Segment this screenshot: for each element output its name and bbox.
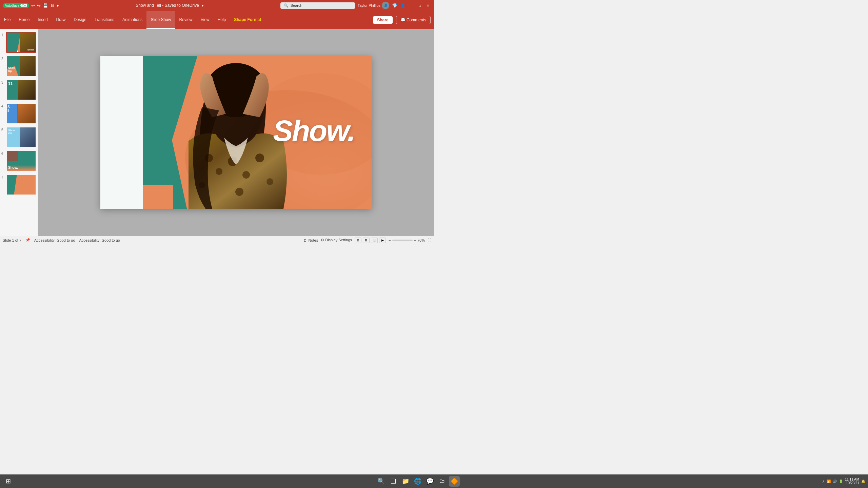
autosave-toggle[interactable]: AutoSave On — [3, 3, 29, 8]
slide-info: Slide 1 of 7 — [3, 238, 21, 242]
accessibility-info: Accessibility: Good to go — [34, 238, 75, 242]
slide-thumb-3[interactable]: 3 11 — [1, 79, 36, 100]
search-box[interactable]: 🔍 Search — [280, 2, 355, 9]
tab-slideshow[interactable]: Slide Show — [146, 11, 175, 29]
slide-number-6: 6 — [1, 150, 5, 156]
tab-home[interactable]: Home — [15, 11, 34, 29]
slide-4-thumbnail[interactable]: S8 — [6, 103, 36, 124]
zoom-control: − + 76% — [389, 238, 425, 242]
zoom-slider[interactable] — [392, 240, 413, 241]
slide-number-7: 7 — [1, 174, 5, 179]
view-buttons: ⊟ ⊞ 📖 ▶ — [355, 238, 386, 243]
slide-4-content: S8 — [7, 104, 36, 123]
slide-number-2: 2 — [1, 56, 5, 61]
tab-design[interactable]: Design — [70, 11, 90, 29]
tab-review[interactable]: Review — [175, 11, 196, 29]
search-placeholder: Search — [291, 3, 302, 7]
share-button[interactable]: Share — [373, 16, 392, 24]
grid-view-button[interactable]: ⊞ — [363, 238, 370, 243]
ribbon: File Home Insert Draw Design Transitions… — [0, 11, 434, 29]
accessibility-text: Accessibility: Good to go — [79, 238, 120, 242]
fit-to-window-button[interactable]: ⛶ — [428, 238, 431, 242]
zoom-in-button[interactable]: + — [414, 238, 416, 242]
slide-thumb-4[interactable]: 4 S8 — [1, 103, 36, 124]
user-info: Taylor Phillips 👤 — [358, 2, 389, 9]
slide-2-thumbnail[interactable]: ShowUp — [6, 56, 36, 77]
canvas-area[interactable]: Show. — [38, 29, 434, 236]
zoom-level: 76% — [417, 238, 425, 242]
svg-point-7 — [242, 171, 250, 179]
slide-5-content: ShowOff. — [7, 127, 36, 147]
profile-icon[interactable]: 👤 — [400, 3, 406, 8]
thumb-1-label: Show. — [27, 48, 34, 51]
slide-5-thumbnail[interactable]: ShowOff. — [6, 127, 36, 148]
thumb-3-label: 11 — [8, 81, 13, 86]
present-icon[interactable]: 🖥 — [50, 3, 55, 8]
svg-point-5 — [216, 168, 222, 175]
search-icon: 🔍 — [284, 3, 289, 8]
titlebar: AutoSave On ↩ ↪ 💾 🖥 ▾ Show and Tell - Sa… — [0, 0, 434, 11]
normal-view-button[interactable]: ⊟ — [355, 238, 361, 243]
slide-thumb-1[interactable]: 1 Show. — [1, 32, 36, 53]
more-tools-icon[interactable]: ▾ — [57, 3, 59, 8]
doc-title-dropdown[interactable]: ▾ — [202, 3, 204, 8]
notes-pin-icon[interactable]: 📌 — [25, 238, 30, 242]
slide-thumb-7[interactable]: 7 — [1, 174, 36, 195]
save-icon[interactable]: 💾 — [43, 3, 48, 8]
comments-button[interactable]: 💬 Comments — [396, 16, 431, 24]
svg-point-11 — [235, 188, 243, 196]
statusbar: Slide 1 of 7 📌 Accessibility: Good to go… — [0, 236, 434, 244]
slideshow-view-button[interactable]: ▶ — [379, 238, 386, 243]
ribbon-actions: Share 💬 Comments — [373, 11, 434, 29]
slide-7-content — [7, 175, 36, 195]
minimize-button[interactable]: — — [408, 3, 415, 8]
tab-insert[interactable]: Insert — [34, 11, 52, 29]
undo-icon[interactable]: ↩ — [31, 3, 35, 8]
redo-icon[interactable]: ↪ — [37, 3, 41, 8]
avatar[interactable]: 👤 — [382, 2, 389, 9]
main-layout: 1 Show. 2 ShowUp — [0, 29, 434, 236]
slide-3-thumbnail[interactable]: 11 — [6, 79, 36, 100]
svg-point-10 — [267, 178, 273, 185]
notes-button[interactable]: 🗒 Notes — [303, 238, 318, 242]
restore-button[interactable]: □ — [416, 3, 423, 8]
user-name: Taylor Phillips — [358, 3, 380, 7]
slide-3-content: 11 — [7, 80, 36, 100]
window-controls: — □ ✕ — [408, 3, 431, 8]
statusbar-left: Slide 1 of 7 📌 Accessibility: Good to go… — [3, 238, 120, 242]
thumb-5-label: ShowOff. — [8, 129, 15, 135]
slide-thumb-5[interactable]: 5 ShowOff. — [1, 127, 36, 148]
doc-title: Show and Tell - Saved to OneDrive — [136, 3, 199, 8]
thumb-4-label: S8 — [7, 105, 10, 113]
thumb-2-label: ShowUp — [8, 66, 15, 73]
slide-panel: 1 Show. 2 ShowUp — [0, 29, 38, 236]
slide-1-thumbnail[interactable]: Show. — [6, 32, 36, 53]
titlebar-right-section: 🔍 Search Taylor Phillips 👤 💎 👤 — □ ✕ — [280, 2, 431, 9]
tab-draw[interactable]: Draw — [52, 11, 70, 29]
autosave-label: AutoSave — [5, 4, 19, 7]
tab-shapeformat[interactable]: Shape Format — [230, 11, 265, 29]
tab-file[interactable]: File — [0, 11, 15, 29]
diamond-icon[interactable]: 💎 — [392, 3, 397, 8]
slide-canvas[interactable]: Show. — [100, 56, 372, 209]
zoom-out-button[interactable]: − — [389, 238, 391, 242]
titlebar-left-section: AutoSave On ↩ ↪ 💾 🖥 ▾ — [3, 3, 59, 8]
autosave-state: On — [20, 4, 27, 7]
tab-view[interactable]: View — [197, 11, 214, 29]
slide-thumb-6[interactable]: 6 Show. — [1, 150, 36, 171]
slide-main-text[interactable]: Show. — [273, 114, 355, 148]
slide-6-content: Show. — [7, 151, 36, 171]
slide-6-thumbnail[interactable]: Show. — [6, 150, 36, 171]
slide-7-thumbnail[interactable] — [6, 174, 36, 195]
slide-thumb-2[interactable]: 2 ShowUp — [1, 56, 36, 77]
tab-animations[interactable]: Animations — [118, 11, 146, 29]
close-button[interactable]: ✕ — [425, 3, 431, 8]
slide-number-5: 5 — [1, 127, 5, 132]
titlebar-center-section: Show and Tell - Saved to OneDrive ▾ — [136, 3, 204, 8]
reading-view-button[interactable]: 📖 — [371, 238, 378, 243]
tab-help[interactable]: Help — [214, 11, 230, 29]
slide-number-4: 4 — [1, 103, 5, 108]
slide-1-content: Show. — [7, 33, 36, 52]
display-settings-button[interactable]: ⚙ Display Settings — [321, 238, 352, 242]
tab-transitions[interactable]: Transitions — [91, 11, 118, 29]
